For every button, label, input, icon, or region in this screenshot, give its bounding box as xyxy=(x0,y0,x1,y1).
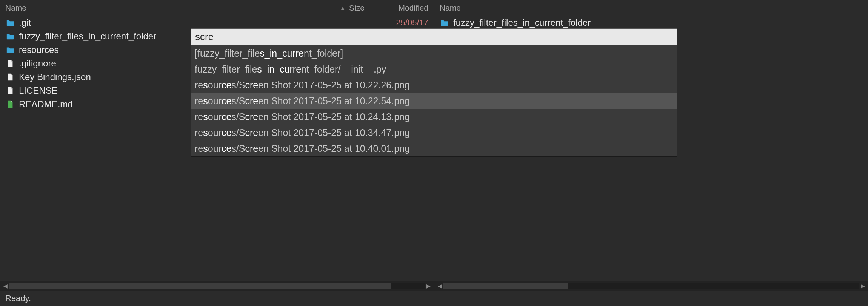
status-bar: Ready. xyxy=(0,291,868,306)
fuzzy-result-item[interactable]: resources/Screen Shot 2017-05-25 at 10.2… xyxy=(191,93,677,109)
scroll-track[interactable] xyxy=(9,283,425,289)
scroll-right-icon[interactable]: ▶ xyxy=(859,282,866,290)
file-modified: 25/05/17 xyxy=(396,18,428,28)
folder-icon xyxy=(5,31,15,41)
right-pane-header[interactable]: Name xyxy=(434,0,868,16)
folder-icon xyxy=(440,18,449,28)
fuzzy-result-item[interactable]: resources/Screen Shot 2017-05-25 at 10.4… xyxy=(191,141,677,156)
markdown-icon xyxy=(5,99,15,109)
fuzzy-results-list: [fuzzy_filter_files_in_current_folder]fu… xyxy=(191,45,677,157)
fuzzy-result-item[interactable]: resources/Screen Shot 2017-05-25 at 10.3… xyxy=(191,125,677,141)
folder-icon xyxy=(5,18,15,28)
file-name: fuzzy_filter_files_in_current_folder xyxy=(453,17,863,28)
scroll-thumb[interactable] xyxy=(443,283,568,289)
file-name: .git xyxy=(19,17,396,28)
fuzzy-filter-overlay: [fuzzy_filter_files_in_current_folder]fu… xyxy=(191,28,677,157)
scrollbar-horizontal[interactable]: ◀ ▶ xyxy=(434,281,868,291)
scroll-track[interactable] xyxy=(443,283,859,289)
fuzzy-result-item[interactable]: resources/Screen Shot 2017-05-25 at 10.2… xyxy=(191,77,677,93)
file-icon xyxy=(5,59,15,68)
file-row[interactable]: .git25/05/17 xyxy=(0,16,434,29)
status-text: Ready. xyxy=(5,294,31,303)
fuzzy-result-item[interactable]: [fuzzy_filter_files_in_current_folder] xyxy=(191,45,677,61)
scroll-right-icon[interactable]: ▶ xyxy=(425,282,432,290)
left-pane-header[interactable]: Name ▲ Size Modified xyxy=(0,0,434,16)
column-modified-header[interactable]: Modified xyxy=(379,3,428,12)
folder-icon xyxy=(5,45,15,55)
fuzzy-result-item[interactable]: fuzzy_filter_files_in_current_folder/__i… xyxy=(191,61,677,77)
scroll-thumb[interactable] xyxy=(9,283,391,289)
file-row[interactable]: fuzzy_filter_files_in_current_folder xyxy=(434,16,868,29)
column-name-header[interactable]: Name xyxy=(440,3,863,12)
scroll-left-icon[interactable]: ◀ xyxy=(2,282,9,290)
fuzzy-search-input[interactable] xyxy=(191,28,677,45)
column-size-header[interactable]: Size xyxy=(349,3,379,12)
file-icon xyxy=(5,86,15,96)
fuzzy-result-item[interactable]: resources/Screen Shot 2017-05-25 at 10.2… xyxy=(191,109,677,125)
scrollbar-horizontal[interactable]: ◀ ▶ xyxy=(0,281,434,291)
column-name-header[interactable]: Name xyxy=(5,3,340,12)
sort-indicator-icon: ▲ xyxy=(340,5,345,11)
scroll-left-icon[interactable]: ◀ xyxy=(436,282,443,290)
file-icon xyxy=(5,72,15,82)
